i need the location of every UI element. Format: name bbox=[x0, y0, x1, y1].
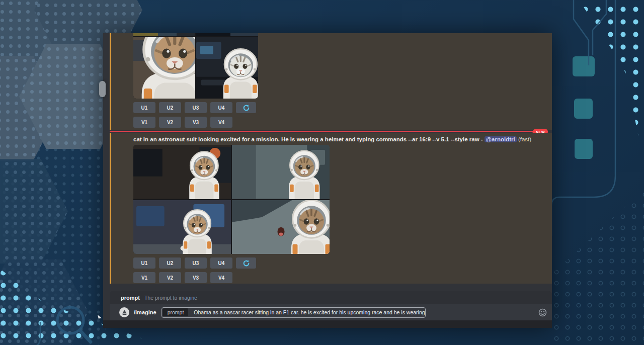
prompt-input-value[interactable]: Obama as a nascar racer sitting in an F1… bbox=[194, 309, 425, 315]
variation-v4-button[interactable]: V4 bbox=[210, 272, 232, 283]
upscale-button-row: U1 U2 U3 U4 bbox=[133, 102, 552, 113]
upscale-u2-button[interactable]: U2 bbox=[159, 102, 181, 113]
option-name: prompt bbox=[121, 295, 140, 301]
option-description: The prompt to imagine bbox=[144, 295, 197, 301]
variation-v1-button[interactable]: V1 bbox=[133, 272, 155, 283]
user-mention[interactable]: @arnoldtri bbox=[485, 136, 517, 142]
generated-image-cat-astronaut-1[interactable] bbox=[133, 37, 195, 99]
generated-image-cat-astronaut-2[interactable] bbox=[196, 37, 258, 99]
slash-command-popup[interactable]: prompt The prompt to imagine bbox=[110, 291, 552, 304]
upscale-u2-button[interactable]: U2 bbox=[159, 257, 181, 269]
variation-button-row: V1 V2 V3 V4 bbox=[133, 272, 552, 283]
window-bottom-strip bbox=[103, 320, 552, 328]
rerun-button[interactable] bbox=[236, 102, 256, 113]
generated-image-grid[interactable] bbox=[133, 145, 330, 254]
upscale-button-row: U1 U2 U3 U4 bbox=[133, 257, 552, 269]
prompt-text: cat in an astronaut suit looking excited… bbox=[133, 136, 485, 142]
generated-image-grid-partial[interactable] bbox=[133, 33, 258, 99]
fast-mode-label: (fast) bbox=[517, 136, 531, 142]
scrollbar-thumb[interactable] bbox=[99, 81, 106, 97]
upscale-u1-button[interactable]: U1 bbox=[133, 257, 155, 269]
prompt-option-chip: prompt bbox=[163, 308, 189, 316]
variation-button-row: V1 V2 V3 V4 bbox=[133, 117, 552, 128]
upscale-u3-button[interactable]: U3 bbox=[185, 102, 207, 113]
upscale-u1-button[interactable]: U1 bbox=[133, 102, 155, 113]
upscale-u4-button[interactable]: U4 bbox=[210, 102, 232, 113]
rerun-icon bbox=[243, 260, 250, 267]
variation-v3-button[interactable]: V3 bbox=[185, 117, 207, 128]
image-sliver bbox=[196, 33, 258, 36]
imagine-command-label: /imagine bbox=[134, 309, 156, 315]
generated-image-quadrant-2[interactable] bbox=[232, 145, 330, 199]
smiley-icon bbox=[538, 308, 547, 317]
chevron-right-icon[interactable] bbox=[96, 314, 103, 322]
message-input-bar[interactable]: /imagine prompt Obama as a nascar racer … bbox=[110, 304, 552, 320]
message-midjourney-previous: U1 U2 U3 U4 V1 V2 V3 V4 bbox=[110, 33, 552, 130]
prompt-message-text: cat in an astronaut suit looking excited… bbox=[111, 133, 552, 143]
variation-v4-button[interactable]: V4 bbox=[210, 117, 232, 128]
rerun-icon bbox=[243, 104, 250, 112]
generated-image-quadrant-1[interactable] bbox=[133, 145, 231, 199]
variation-v3-button[interactable]: V3 bbox=[185, 272, 207, 283]
generated-image-quadrant-4[interactable] bbox=[232, 200, 330, 254]
variation-v1-button[interactable]: V1 bbox=[133, 117, 155, 128]
emoji-picker-button[interactable] bbox=[538, 308, 547, 317]
discord-chat-window: U1 U2 U3 U4 V1 V2 V3 V4 NEW cat in an as… bbox=[103, 33, 552, 328]
image-sliver bbox=[133, 33, 195, 36]
message-midjourney-result: cat in an astronaut suit looking excited… bbox=[110, 133, 552, 284]
generated-image-quadrant-3[interactable] bbox=[133, 200, 231, 254]
magnifier-outline bbox=[57, 307, 91, 342]
rerun-button[interactable] bbox=[236, 257, 256, 269]
upscale-u3-button[interactable]: U3 bbox=[185, 257, 207, 269]
midjourney-bot-avatar bbox=[119, 307, 129, 317]
new-divider-line bbox=[110, 131, 548, 132]
variation-v2-button[interactable]: V2 bbox=[159, 272, 181, 283]
prompt-input-field[interactable]: prompt Obama as a nascar racer sitting i… bbox=[162, 307, 426, 318]
upscale-u4-button[interactable]: U4 bbox=[210, 257, 232, 269]
variation-v2-button[interactable]: V2 bbox=[159, 117, 181, 128]
sailboat-icon bbox=[121, 309, 128, 316]
